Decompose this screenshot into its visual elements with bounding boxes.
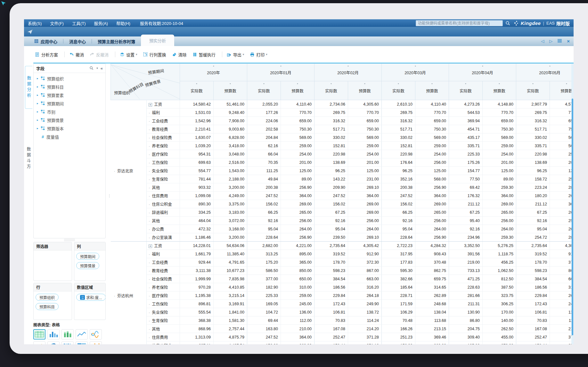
row-label[interactable]: ·失业保险 [147,167,180,175]
pivot-cell[interactable]: 4,579.20 [550,100,574,108]
pivot-cell[interactable]: 113.68 [415,316,449,325]
pivot-cell[interactable]: 163.80 [247,325,281,333]
pivot-cell[interactable]: 471.25 [449,275,483,283]
pivot-cell[interactable]: 95.04 [382,225,415,233]
pivot-cell[interactable]: 254.00 [348,150,382,158]
pivot-cell[interactable]: 598.23 [314,267,348,275]
pivot-cell[interactable]: 733.13 [449,267,483,275]
pivot-cell[interactable]: 4,437.54 [214,341,247,345]
pivot-cell[interactable]: 316.20 [348,283,382,291]
pivot-cell[interactable]: 1,531.03 [180,108,214,117]
pivot-cell[interactable]: 95.04 [516,225,550,233]
row-label[interactable]: ·养老保险 [147,142,180,150]
pivot-cell[interactable]: 586.50 [247,267,281,275]
pivot-cell[interactable]: 185.64 [382,283,415,291]
pivot-cell[interactable]: 259.30 [483,183,516,192]
pivot-cell[interactable]: 175.26 [449,158,483,167]
pivot-cell[interactable]: 92.16 [382,217,415,225]
pivot-cell[interactable]: 319.52 [314,250,348,258]
pivot-cell[interactable]: 317.95 [382,250,415,258]
toolbar-print-button[interactable]: 打印▾ [250,52,267,58]
pivot-cell[interactable]: 247.52 [247,333,281,341]
menu-item-4[interactable]: 帮助(H) [116,20,130,26]
pivot-cell[interactable]: 158.44 [314,341,348,345]
pivot-cell[interactable]: 330.02 [382,133,415,142]
pivot-cell[interactable]: 247.52 [247,192,281,200]
pivot-cell[interactable]: 152.81 [314,142,348,150]
col-group-4[interactable]: 2020年04月 [449,64,516,81]
nav-left-icon[interactable]: ◁ [541,39,544,43]
row-label[interactable]: ·住房费用 [147,192,180,200]
row-label[interactable]: ·福利 [147,250,180,258]
pivot-cell[interactable]: 3,375.00 [214,200,247,208]
field-item-0[interactable]: ▸预算组织 [34,74,105,83]
pivot-cell[interactable]: 154.77 [449,167,483,175]
pivot-cell[interactable]: 256.00 [415,158,449,167]
pivot-cell[interactable]: 177.26 [247,108,281,117]
pivot-cell[interactable]: 265.00 [415,208,449,217]
pivot-cell[interactable]: 67.25 [314,208,348,217]
pivot-cell[interactable]: 3,200.00 [214,183,247,192]
horizontal-splitter[interactable] [33,238,106,242]
pivot-cell[interactable]: 104.72 [247,308,281,316]
pivot-cell[interactable]: 269.00 [348,200,382,208]
pivot-cell[interactable]: 659.00 [348,117,382,125]
pivot-cell[interactable]: 259.30 [483,233,516,242]
pivot-cell[interactable]: 69.44 [247,316,281,325]
field-filter-caret-icon[interactable]: ▾ [96,67,98,70]
pivot-cell[interactable]: 2,734.06 [314,100,348,108]
pivot-cell[interactable]: 106.81 [516,308,550,316]
pivot-cell[interactable]: 167.08 [516,325,550,333]
pivot-cell[interactable]: 256.00 [348,217,382,225]
pivot-cell[interactable]: 247.52 [382,192,415,200]
pivot-cell[interactable]: 262.89 [415,291,449,300]
pivot-cell[interactable]: 364.00 [281,192,314,200]
pivot-cell[interactable]: 220.98 [382,150,415,158]
pivot-cell[interactable]: 7,835.98 [214,275,247,283]
pivot-cell[interactable]: 211.31 [449,300,483,308]
pivot-cell[interactable]: 269.00 [281,341,314,345]
pivot-cell[interactable]: 140.00 [483,316,516,325]
pivot-cell[interactable]: 259.00 [415,142,449,150]
pivot-cell[interactable]: 96.25 [516,167,550,175]
pivot-cell[interactable]: 1,630.07 [180,133,214,142]
pivot-cell[interactable]: 254.72 [516,233,550,242]
pivot-cell[interactable]: 264.00 [415,225,449,233]
pivot-cell[interactable]: 138.69 [516,158,550,167]
pivot-cell[interactable]: 228.64 [247,233,281,242]
tab-2[interactable]: 预算主题分析序时簿 [92,36,141,46]
pivot-cell[interactable]: 314.65 [415,283,449,291]
pivot-cell[interactable]: 201.00 [550,158,574,167]
pivot-cell[interactable]: 286.20 [550,233,574,242]
field-item-1[interactable]: ▸预算科目 [34,83,105,91]
chart-type-treemap-icon[interactable] [76,341,88,344]
row-label[interactable]: ·其他 [147,325,180,333]
pivot-cell[interactable]: 663.00 [550,275,574,283]
pivot-cell[interactable]: 62.16 [247,142,281,150]
pivot-cell[interactable]: 264.00 [550,225,574,233]
pivot-cell[interactable]: 569.00 [415,133,449,142]
field-item-5[interactable]: ▸预算情景 [34,116,105,124]
pivot-cell[interactable]: 256.00 [483,217,516,225]
pivot-cell[interactable]: 225.33 [247,291,281,300]
pivot-cell[interactable]: 229.84 [516,291,550,300]
pivot-cell[interactable]: 4,249.00 [214,192,247,200]
pivot-cell[interactable]: 136.00 [281,308,314,316]
pivot-cell[interactable]: 4,273.26 [449,100,483,108]
pivot-cell[interactable]: 177.83 [382,258,415,267]
pivot-cell[interactable]: 95.40 [449,217,483,225]
chart-type-scatter-icon[interactable] [90,341,102,344]
pivot-cell[interactable]: 1,118.75 [483,250,516,258]
row-group-0[interactable]: ·芬达北京 [111,100,147,242]
pivot-cell[interactable]: 156.02 [382,341,415,345]
pivot-cell[interactable]: 330.02 [516,133,550,142]
pivot-cell[interactable]: 456.25 [483,258,516,267]
pivot-cell[interactable]: 517.71 [382,125,415,133]
pivot-cell[interactable]: 4,110.40 [415,100,449,108]
pivot-cell[interactable]: 170.00 [483,308,516,316]
pivot-cell[interactable]: 382.66 [382,275,415,283]
pivot-cell[interactable]: 125.00 [348,167,382,175]
pivot-cell[interactable]: 352.16 [382,175,415,183]
pivot-cell[interactable]: 364.00 [348,192,382,200]
col-group-0[interactable]: 2020年 [180,64,247,81]
